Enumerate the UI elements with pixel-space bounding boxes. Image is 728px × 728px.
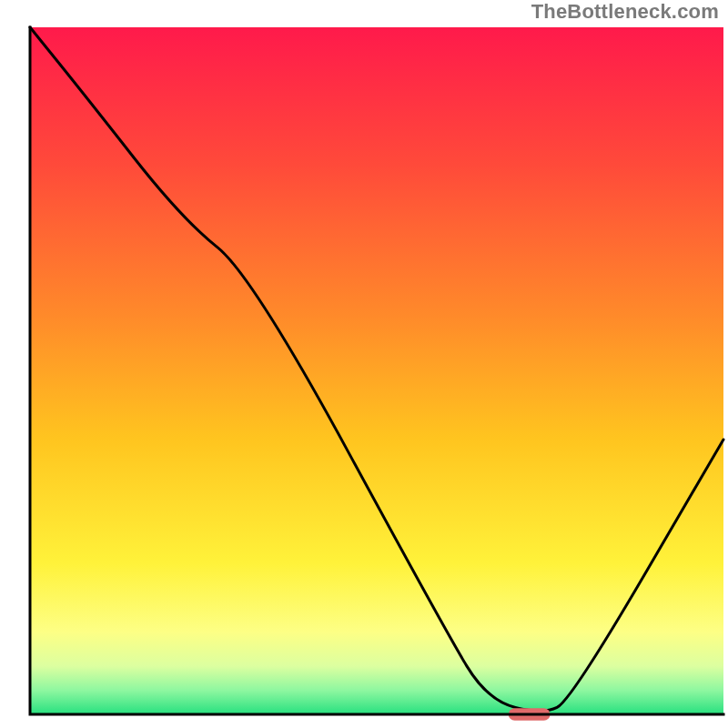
chart-background-gradient [30, 27, 723, 714]
bottleneck-chart [0, 0, 728, 728]
watermark-text: TheBottleneck.com [531, 0, 719, 24]
chart-container: TheBottleneck.com [0, 0, 728, 728]
